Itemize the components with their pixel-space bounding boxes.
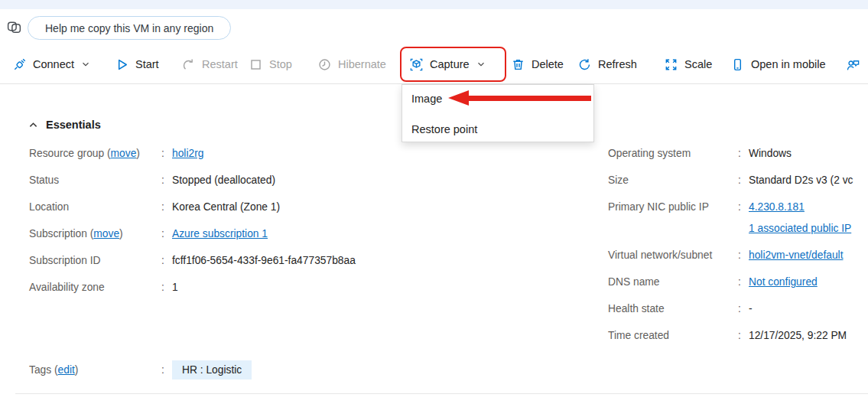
toolbar-hibernate-label: Hibernate xyxy=(338,58,386,70)
essentials-row-primary-nic-public-ip: Primary NIC public IP : 4.230.8.181 1 as… xyxy=(608,199,868,237)
tags-edit-link[interactable]: edit xyxy=(58,364,75,376)
essentials-row-health-state: Health state : - xyxy=(608,301,868,318)
subscription-id-label: Subscription ID xyxy=(29,252,161,269)
dns-name-link[interactable]: Not configured xyxy=(749,276,818,288)
chevron-up-icon xyxy=(28,119,39,131)
essentials-row-status: Status : Stopped (deallocated) xyxy=(29,172,442,189)
location-value: Korea Central (Zone 1) xyxy=(172,199,280,216)
subscription-move-link[interactable]: move xyxy=(93,228,119,239)
toolbar-start-label: Start xyxy=(135,58,159,70)
essentials-right-column: Operating system : Windows Size : Standa… xyxy=(608,145,868,354)
essentials-row-subscription: Subscription (move) : Azure subscription… xyxy=(29,226,442,243)
toolbar-scale-label: Scale xyxy=(684,58,712,70)
essentials-row-resource-group: Resource group (move) : holi2rg xyxy=(29,145,442,162)
operating-system-value: Windows xyxy=(749,145,792,162)
associated-public-ip-link[interactable]: 1 associated public IP xyxy=(749,223,851,234)
essentials-row-tags: Tags (edit) : HR : Logistic xyxy=(29,360,252,380)
toolbar-refresh-button[interactable]: Refresh xyxy=(577,46,637,83)
copilot-suggestion-button[interactable]: Help me copy this VM in any region xyxy=(28,16,231,40)
size-value: Standard D2s v3 (2 vc xyxy=(749,172,853,189)
toolbar-refresh-label: Refresh xyxy=(598,58,637,70)
status-value: Stopped (deallocated) xyxy=(172,172,275,189)
trash-icon xyxy=(511,57,525,72)
toolbar-scale-button[interactable]: Scale xyxy=(664,46,712,83)
status-label: Status xyxy=(29,172,161,189)
refresh-icon xyxy=(577,57,592,72)
top-banner-strip xyxy=(0,0,868,9)
copilot-icon xyxy=(6,19,22,35)
health-state-value: - xyxy=(749,301,753,318)
size-label: Size xyxy=(608,172,738,189)
operating-system-label: Operating system xyxy=(608,145,738,162)
capture-menu-item-image[interactable]: Image xyxy=(411,93,442,105)
toolbar-capture-button[interactable]: Capture xyxy=(400,47,506,82)
chevron-down-icon xyxy=(476,59,486,70)
tag-chip: HR : Logistic xyxy=(172,360,252,380)
essentials-header[interactable]: Essentials xyxy=(28,119,101,131)
toolbar-stop-button: Stop xyxy=(249,46,292,83)
plug-icon xyxy=(12,57,27,72)
virtual-network-subnet-label: Virtual network/subnet xyxy=(608,247,738,264)
subscription-label: Subscription ( xyxy=(29,228,93,239)
clock-icon xyxy=(317,57,332,72)
virtual-network-subnet-link[interactable]: holi2vm-vnet/default xyxy=(749,249,843,261)
tags-label: Tags ( xyxy=(29,364,58,376)
toolbar-restart-button: Restart xyxy=(181,46,238,83)
capture-cube-icon xyxy=(409,57,424,72)
scale-expand-icon xyxy=(664,57,678,72)
essentials-left-column: Resource group (move) : holi2rg Status :… xyxy=(29,145,442,306)
availability-zone-label: Availability zone xyxy=(29,279,161,296)
capture-menu-item-restore-point[interactable]: Restore point xyxy=(411,123,477,135)
play-icon xyxy=(115,57,129,72)
location-label: Location xyxy=(29,199,161,216)
primary-nic-public-ip-label: Primary NIC public IP xyxy=(608,199,738,237)
resource-group-label: Resource group ( xyxy=(29,148,111,159)
toolbar-delete-button[interactable]: Delete xyxy=(511,46,564,83)
subscription-id-value: fcff1f06-5654-433f-9e61-fa477357b8aa xyxy=(172,252,356,269)
resource-group-value-link[interactable]: holi2rg xyxy=(172,148,203,159)
time-created-label: Time created xyxy=(608,327,738,344)
essentials-row-availability-zone: Availability zone : 1 xyxy=(29,279,442,296)
toolbar-restart-label: Restart xyxy=(202,58,238,70)
chevron-down-icon xyxy=(80,59,91,70)
subscription-value-link[interactable]: Azure subscription 1 xyxy=(172,228,268,239)
bottom-divider xyxy=(15,393,868,394)
mobile-phone-icon xyxy=(730,57,745,72)
toolbar-delete-label: Delete xyxy=(532,58,564,70)
toolbar-start-button[interactable]: Start xyxy=(115,46,159,83)
red-arrow-annotation xyxy=(468,96,591,101)
essentials-row-time-created: Time created : 12/17/2025, 9:22 PM xyxy=(608,327,868,344)
essentials-row-size: Size : Standard D2s v3 (2 vc xyxy=(608,172,868,189)
essentials-row-location: Location : Korea Central (Zone 1) xyxy=(29,199,442,216)
toolbar-connect-button[interactable]: Connect xyxy=(12,46,91,83)
person-feedback-icon xyxy=(846,57,860,72)
dns-name-label: DNS name xyxy=(608,274,738,291)
essentials-row-subscription-id: Subscription ID : fcff1f06-5654-433f-9e6… xyxy=(29,252,442,269)
essentials-title: Essentials xyxy=(46,119,101,131)
copilot-suggestion-label: Help me copy this VM in any region xyxy=(45,22,213,34)
capture-menu: Image Restore point xyxy=(401,84,594,142)
public-ip-link[interactable]: 4.230.8.181 xyxy=(749,201,805,213)
toolbar-capture-label: Capture xyxy=(430,58,470,70)
resource-group-move-link[interactable]: move xyxy=(111,148,137,159)
toolbar-connect-label: Connect xyxy=(33,58,74,70)
availability-zone-value: 1 xyxy=(172,279,178,296)
health-state-label: Health state xyxy=(608,301,738,318)
time-created-value: 12/17/2025, 9:22 PM xyxy=(749,327,847,344)
stop-square-icon xyxy=(249,57,263,72)
toolbar-stop-label: Stop xyxy=(269,58,292,70)
toolbar-open-in-mobile-button[interactable]: Open in mobile xyxy=(730,46,826,83)
toolbar-feedback-button[interactable] xyxy=(846,46,860,83)
restart-arrow-icon xyxy=(181,57,196,72)
red-arrow-annotation-head xyxy=(448,90,469,106)
toolbar-hibernate-button: Hibernate xyxy=(317,46,386,83)
essentials-row-virtual-network-subnet: Virtual network/subnet : holi2vm-vnet/de… xyxy=(608,247,868,264)
essentials-row-dns-name: DNS name : Not configured xyxy=(608,274,868,291)
essentials-row-operating-system: Operating system : Windows xyxy=(608,145,868,162)
toolbar-open-in-mobile-label: Open in mobile xyxy=(751,58,826,70)
